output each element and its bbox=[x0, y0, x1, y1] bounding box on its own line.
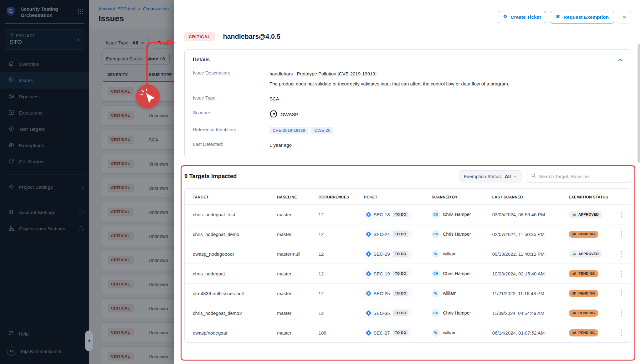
ticket-link[interactable]: SEC-19 TO DO bbox=[363, 269, 412, 279]
ticket-link[interactable]: SEC-25 TO DO bbox=[363, 288, 412, 298]
target-row: sto-4836-null-issues-null master 12 SEC-… bbox=[185, 284, 631, 303]
severity-badge: CRITICAL bbox=[184, 32, 215, 41]
ticket-cell: SEC-18 TO DO bbox=[359, 205, 428, 224]
jira-issue-icon bbox=[366, 231, 371, 237]
ticket-id: SEC-27 bbox=[373, 330, 390, 336]
row-menu-button[interactable] bbox=[617, 250, 627, 258]
target-search bbox=[527, 170, 631, 183]
row-menu-cell bbox=[613, 205, 631, 224]
dropdown-label: Exemption Status: bbox=[464, 174, 502, 179]
last-scanned-cell: 06/14/2024, 01:07:52 AM bbox=[489, 323, 565, 343]
panel-header: CRITICAL handlebars@4.0.5 bbox=[184, 32, 641, 41]
ticket-status-badge: TO DO bbox=[393, 212, 409, 217]
ticket-cell: SEC-29 TO DO bbox=[359, 244, 428, 264]
target-row: owasp_nodegoooot master-null 12 SEC-29 T… bbox=[185, 244, 631, 264]
row-menu-button[interactable] bbox=[617, 329, 627, 337]
ticket-cell: SEC-25 TO DO bbox=[359, 284, 428, 303]
ticket-id: SEC-25 bbox=[373, 291, 390, 296]
scanned-by-name: william bbox=[443, 330, 457, 335]
jira-issue-icon bbox=[366, 310, 371, 316]
jira-issue-icon bbox=[366, 251, 371, 257]
collapse-arrow-icon bbox=[88, 339, 90, 342]
exemption-status-badge: PENDING bbox=[569, 270, 598, 277]
description-line-1: handlebars - Prototype Pollution [CVE-20… bbox=[269, 70, 509, 77]
row-menu-button[interactable] bbox=[617, 309, 627, 317]
ticket-status-badge: TO DO bbox=[393, 330, 409, 336]
last-scanned-cell: 03/05/2024, 08:59:46 PM bbox=[489, 205, 565, 224]
last-scanned-cell: 02/07/2024, 11:50:35 PM bbox=[489, 224, 565, 244]
scanned-by-cell: CH Chris Hamper bbox=[428, 264, 489, 284]
scanned-by-cell: W william bbox=[428, 244, 489, 264]
row-menu-button[interactable] bbox=[617, 230, 627, 238]
scrollbar-thumb[interactable] bbox=[638, 44, 640, 163]
exemption-status-badge: APPROVED bbox=[569, 250, 602, 258]
column-row-menu bbox=[613, 189, 631, 205]
thumbs-up-icon bbox=[572, 213, 576, 217]
scanned-by-name: Chris Hamper bbox=[443, 232, 471, 237]
occurrences-cell: 12 bbox=[315, 303, 360, 323]
ticket-status-badge: TO DO bbox=[393, 271, 409, 276]
exemption-status-label: PENDING bbox=[578, 331, 595, 335]
close-panel-button[interactable]: × bbox=[618, 11, 631, 23]
avatar: CH bbox=[432, 309, 440, 317]
targets-heading: 9 Targets Impacted bbox=[184, 173, 237, 180]
exemption-status-cell: APPROVED bbox=[565, 244, 613, 264]
ticket-link[interactable]: SEC-35 TO DO bbox=[363, 308, 412, 318]
scanned-by-cell: CH Chris Hamper bbox=[428, 224, 489, 244]
cwe-chip[interactable]: CWE-20 bbox=[311, 127, 333, 134]
field-label: Last Detected: bbox=[193, 141, 269, 149]
ticket-link[interactable]: SEC-24 TO DO bbox=[363, 229, 412, 239]
target-cell: owasp_nodegoooot bbox=[185, 244, 273, 264]
create-ticket-button[interactable]: Create Ticket bbox=[498, 11, 546, 23]
column-ticket: TICKET bbox=[359, 189, 428, 205]
description-line-2: The product does not validate or incorre… bbox=[269, 80, 509, 87]
button-label: Request Exemption bbox=[563, 14, 609, 20]
baseline-cell: master bbox=[273, 224, 315, 244]
thumbs-up-icon bbox=[572, 252, 576, 256]
column-exemption-status: EXEMPTION STATUS bbox=[565, 189, 613, 205]
ticket-link[interactable]: SEC-18 TO DO bbox=[363, 209, 412, 219]
row-menu-button[interactable] bbox=[617, 210, 627, 219]
last-scanned-cell: 11/09/2024, 04:54:49 AM bbox=[489, 303, 565, 323]
baseline-cell: master bbox=[273, 303, 315, 323]
targets-header: 9 Targets Impacted Exemption Status: All bbox=[184, 170, 631, 183]
row-menu-cell bbox=[613, 244, 631, 264]
row-menu-button[interactable] bbox=[617, 269, 627, 278]
scanned-by-name: Chris Hamper bbox=[443, 271, 471, 276]
request-exemption-button[interactable]: Request Exemption bbox=[550, 11, 614, 23]
target-cell: chris_nodegoat bbox=[185, 264, 273, 284]
baseline-cell: master bbox=[273, 264, 315, 284]
occurrences-cell: 12 bbox=[315, 284, 360, 303]
exemption-status-cell: PENDING bbox=[565, 323, 613, 343]
exemption-status-cell: PENDING bbox=[565, 264, 613, 284]
avatar: CH bbox=[432, 230, 440, 238]
cve-chip[interactable]: CVE-2019-19919 bbox=[269, 127, 308, 134]
target-row: owasp/nodegoat master 108 SEC-27 TO DO bbox=[185, 323, 631, 343]
exemption-status-badge: PENDING bbox=[569, 310, 598, 317]
jira-diamond-icon bbox=[503, 14, 508, 20]
jira-issue-icon bbox=[366, 212, 371, 217]
field-label: Reference Identifiers: bbox=[193, 127, 269, 134]
target-cell: sto-4836-null-issues-null bbox=[185, 284, 273, 303]
exemption-status-dropdown[interactable]: Exemption Status: All bbox=[459, 170, 521, 182]
exemption-status-label: APPROVED bbox=[578, 213, 599, 216]
ticket-link[interactable]: SEC-29 TO DO bbox=[363, 249, 412, 259]
issue-description-value: handlebars - Prototype Pollution [CVE-20… bbox=[269, 70, 509, 88]
sidebar-collapse-handle[interactable] bbox=[85, 331, 93, 351]
reference-identifiers-row: Reference Identifiers: CVE-2019-19919 CW… bbox=[193, 127, 623, 134]
owasp-zap-icon bbox=[269, 110, 278, 119]
search-input[interactable] bbox=[539, 174, 627, 179]
target-cell: chris_nodegoat_demo bbox=[185, 224, 273, 244]
field-label: Issue Type: bbox=[193, 95, 269, 102]
collapse-chevron-icon[interactable] bbox=[618, 57, 623, 63]
occurrences-cell: 12 bbox=[315, 244, 360, 264]
row-menu-cell bbox=[613, 264, 631, 284]
target-cell: chris_nodegoat_demo2 bbox=[185, 303, 273, 323]
target-cell: owasp/nodegoat bbox=[185, 323, 273, 343]
exemption-status-badge: APPROVED bbox=[569, 211, 602, 218]
avatar: W bbox=[432, 250, 440, 258]
ticket-status-badge: TO DO bbox=[393, 310, 409, 316]
ticket-link[interactable]: SEC-27 TO DO bbox=[363, 328, 412, 338]
row-menu-button[interactable] bbox=[617, 289, 627, 298]
occurrences-cell: 12 bbox=[315, 264, 360, 284]
